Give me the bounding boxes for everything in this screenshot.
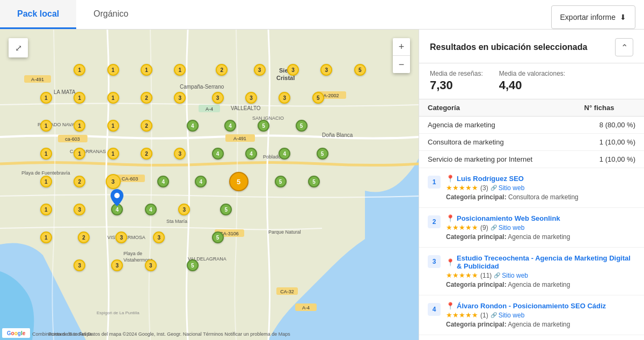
map-marker[interactable]: 3	[74, 204, 85, 215]
map-marker[interactable]: 2	[141, 148, 152, 160]
map-marker[interactable]: 3	[245, 92, 257, 104]
map-marker[interactable]: 5	[220, 204, 232, 215]
svg-text:A-4: A-4	[302, 305, 310, 310]
map-marker[interactable]: 3	[254, 64, 266, 76]
web-link[interactable]: 🔗 Sitio web	[491, 184, 525, 192]
map-marker[interactable]: 5	[354, 64, 366, 76]
map-marker[interactable]: 4	[212, 148, 224, 160]
map-marker[interactable]: 1	[40, 204, 52, 215]
ratings-value: 4,40	[499, 78, 565, 92]
result-number: 1	[428, 176, 441, 189]
map-marker[interactable]: 3	[111, 259, 123, 271]
map-marker[interactable]: 4	[279, 148, 290, 160]
map-marker[interactable]: 1	[74, 148, 85, 160]
map-marker[interactable]: 4	[224, 120, 236, 132]
cat-fichas: 1 (10,00 %)	[576, 151, 644, 168]
map-marker[interactable]: 3	[279, 92, 290, 104]
review-count: (11)	[480, 272, 492, 279]
map-marker[interactable]: 1	[40, 176, 52, 187]
category-table-wrapper: Categoría N° fichas Agencia de marketing…	[419, 99, 644, 168]
zoom-out-button[interactable]: −	[393, 56, 410, 73]
web-link[interactable]: 🔗 Sitio web	[491, 224, 525, 232]
map-marker[interactable]: 2	[216, 64, 228, 76]
result-item[interactable]: 2 📍 Posicionamiento Web Seonlink ★★★★★ (…	[419, 208, 644, 248]
map-marker[interactable]: 4	[245, 148, 257, 160]
map-marker[interactable]: 1	[174, 64, 186, 76]
map-marker[interactable]: 5	[317, 148, 328, 160]
result-stars: ★★★★★ (1) 🔗 Sitio web	[446, 311, 635, 319]
map-marker[interactable]: 1	[40, 232, 52, 243]
result-item[interactable]: 3 📍 Estudio Treceochenta - Agencia de Ma…	[419, 248, 644, 295]
result-name: 📍 Estudio Treceochenta - Agencia de Mark…	[446, 254, 635, 270]
map-marker[interactable]: 2	[141, 120, 152, 132]
map-marker[interactable]: 3	[174, 92, 186, 104]
map-marker[interactable]: 1	[107, 148, 119, 160]
col-header-fichas: N° fichas	[576, 99, 644, 117]
export-button[interactable]: Exportar informe ⬇	[551, 5, 635, 29]
map-marker[interactable]: 1	[40, 92, 52, 104]
map-marker[interactable]: 5	[212, 232, 224, 243]
result-name: 📍 Posicionamiento Web Seonlink	[446, 214, 635, 222]
map-marker[interactable]: 5	[312, 92, 324, 104]
svg-text:Parque Natural: Parque Natural	[268, 229, 301, 235]
tab-organico[interactable]: Orgánico	[76, 0, 145, 29]
svg-text:Espigoń de La Puntilla: Espigoń de La Puntilla	[97, 310, 140, 315]
map-container[interactable]: A-491 ca-603 CA-603 A-491 A-4 A-2002 CA-…	[0, 30, 419, 340]
map-marker[interactable]: 3	[106, 174, 121, 189]
tab-pack-local[interactable]: Pack local	[0, 0, 76, 29]
map-marker[interactable]: 2	[74, 176, 85, 187]
svg-text:ca-603: ca-603	[65, 136, 80, 142]
map-marker[interactable]: 5	[258, 120, 269, 132]
map-marker[interactable]: 5	[187, 259, 199, 271]
stars-icon: ★★★★★	[446, 271, 478, 279]
web-link[interactable]: 🔗 Sitio web	[491, 312, 525, 319]
zoom-in-button[interactable]: +	[393, 38, 410, 55]
result-item[interactable]: 1 📍 Luis Rodríguez SEO ★★★★★ (3) 🔗 Sitio…	[419, 168, 644, 208]
map-marker[interactable]: 3	[178, 204, 190, 215]
map-marker[interactable]: 3	[212, 92, 224, 104]
result-number: 2	[428, 215, 441, 228]
map-marker[interactable]: 3	[153, 232, 165, 243]
map-marker[interactable]: 1	[74, 120, 85, 132]
map-marker[interactable]: 4	[195, 176, 207, 187]
map-marker[interactable]: 4	[145, 204, 157, 215]
map-marker[interactable]: 2	[141, 92, 152, 104]
map-marker[interactable]: 2	[78, 232, 90, 243]
result-item[interactable]: 5 📍 Imparables Agency ⭐ Agencia SEO en C…	[419, 335, 644, 340]
map-marker[interactable]: 1	[40, 120, 52, 132]
result-stars: ★★★★★ (11) 🔗 Sitio web	[446, 271, 635, 279]
main-content: A-491 ca-603 CA-603 A-491 A-4 A-2002 CA-…	[0, 30, 644, 340]
svg-text:Campaña-Serrano: Campaña-Serrano	[180, 84, 224, 90]
map-marker[interactable]: 3	[174, 148, 186, 160]
category-principal: Categoría principal: Agencia de marketin…	[446, 321, 635, 328]
map-marker[interactable]: 5	[275, 176, 287, 187]
map-marker[interactable]: 3	[115, 232, 127, 243]
map-marker[interactable]: 1	[74, 64, 85, 76]
review-count: (3)	[480, 184, 488, 192]
map-marker[interactable]: 5	[296, 120, 308, 132]
map-marker[interactable]: 4	[157, 176, 169, 187]
external-link-icon: 🔗	[491, 312, 497, 318]
map-marker[interactable]: 1	[107, 64, 119, 76]
result-item[interactable]: 4 📍 Álvaro Rondon - Posicionamiento SEO …	[419, 295, 644, 335]
map-marker[interactable]: 3	[287, 64, 299, 76]
collapse-button[interactable]: ⌃	[615, 38, 633, 56]
map-marker[interactable]: 3	[145, 259, 157, 271]
map-marker[interactable]: 1	[107, 92, 119, 104]
fullscreen-button[interactable]: ⤢	[9, 38, 28, 57]
selected-pin	[111, 189, 123, 206]
map-marker[interactable]: 1	[141, 64, 152, 76]
map-marker[interactable]: 5	[308, 176, 320, 187]
results-list[interactable]: 1 📍 Luis Rodríguez SEO ★★★★★ (3) 🔗 Sitio…	[419, 168, 644, 340]
map-marker[interactable]: 5	[229, 172, 248, 191]
web-link[interactable]: 🔗 Sitio web	[494, 272, 528, 279]
result-body: 📍 Estudio Treceochenta - Agencia de Mark…	[446, 254, 635, 288]
map-marker[interactable]: 3	[320, 64, 332, 76]
map-marker[interactable]: 4	[187, 120, 199, 132]
stars-icon: ★★★★★	[446, 223, 478, 232]
map-marker[interactable]: 1	[107, 120, 119, 132]
map-marker[interactable]: 1	[40, 148, 52, 160]
map-marker[interactable]: 3	[74, 259, 85, 271]
map-marker[interactable]: 1	[74, 92, 85, 104]
category-table: Categoría N° fichas Agencia de marketing…	[419, 99, 644, 168]
